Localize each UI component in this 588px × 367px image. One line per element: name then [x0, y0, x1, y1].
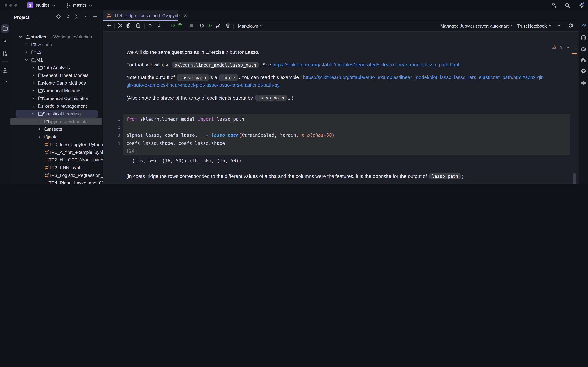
tree-chevron-icon [37, 119, 42, 124]
tree-chevron-icon [31, 88, 35, 93]
tree-item-tp3-logistic-regression-ar[interactable]: TP3_Logistic_Regression_ar [10, 172, 103, 179]
hyperlink[interactable]: https://scikit-learn.org/stable/modules/… [272, 62, 459, 67]
tree-item-assets[interactable]: assets [10, 125, 103, 133]
markdown-paragraph: (Also : note the shape of the array of c… [126, 94, 293, 102]
prev-cell-button[interactable] [548, 23, 553, 29]
folder-icon [38, 88, 43, 93]
jupyter-server-select[interactable]: Managed Jupyter server: auto-start [441, 24, 509, 29]
chevron-down-icon [88, 3, 93, 8]
debug-cell-button[interactable] [177, 23, 182, 30]
settings-gear-icon[interactable] [578, 2, 585, 8]
sidebar-item-dependencies[interactable] [580, 68, 587, 75]
ai-assistant-icon [580, 57, 587, 63]
sidebar-item-commit[interactable] [2, 38, 8, 45]
tree-item-tp0-intro-jupyter-python-ip[interactable]: TP0_Intro_Jupyter_Python.ip [10, 141, 103, 148]
traffic-minimize-button[interactable] [9, 4, 12, 7]
search-icon[interactable] [564, 2, 571, 8]
run-cell-button[interactable] [171, 23, 176, 30]
cell-type-select[interactable]: Markdown [238, 24, 258, 29]
jupyter-icon [44, 181, 49, 184]
tree-item-general-linear-models[interactable]: General Linear Models [10, 71, 103, 79]
tree-item-numerical-optimisation[interactable]: Numerical Optimisation [10, 95, 103, 102]
dependencies-icon [580, 68, 587, 74]
hide-panel-icon [92, 14, 97, 19]
branch-switcher[interactable]: master [73, 3, 86, 8]
add-user-icon[interactable] [551, 2, 557, 8]
sidebar-item-pull-request[interactable] [2, 50, 8, 58]
sidebar-item-r-packages[interactable]: R [580, 47, 587, 54]
tab-notebook[interactable]: TP4_Ridge_Lasso_and_CV.ipynb [103, 10, 178, 21]
trust-notebook-button[interactable]: Trust Notebook [517, 24, 547, 29]
tree-chevron-icon [24, 50, 29, 54]
tree-item-m1[interactable]: M1 [10, 56, 103, 64]
tree-item-data-analysis[interactable]: Data Analysis [10, 64, 103, 71]
traffic-zoom-button[interactable] [14, 4, 17, 7]
tree-item-data[interactable]: data [10, 133, 103, 141]
tree-item--vscode[interactable]: .vscode [10, 41, 103, 48]
jupyter-icon [44, 173, 49, 178]
code-line[interactable]: alphas_lasso, coefs_lasso, _ = lasso_pat… [126, 133, 335, 138]
options-kebab-button[interactable] [83, 14, 88, 20]
run-all-button[interactable] [207, 23, 212, 30]
stop-kernel-button[interactable] [189, 23, 194, 30]
sidebar-item-database[interactable] [580, 35, 587, 42]
next-cell-button[interactable] [556, 23, 562, 29]
expand-all-icon [65, 14, 70, 19]
chevron-down-icon [51, 3, 56, 8]
sidebar-item-plugins[interactable] [2, 68, 8, 75]
hide-panel-button[interactable] [92, 14, 97, 20]
tree-item-label: TP1_A_first_example.ipynb [49, 150, 103, 155]
hyperlink[interactable]: https://scikit-learn.org/stable/auto_exa… [303, 75, 544, 80]
paste-cell-button[interactable] [135, 23, 141, 30]
sidebar-item-plugin-half[interactable] [580, 80, 587, 87]
tree-item-label: data [49, 134, 58, 140]
jupyter-web-button[interactable] [568, 23, 573, 30]
project-switcher[interactable]: studies [36, 3, 50, 8]
more-icon [2, 79, 8, 84]
line-number: 4 [117, 141, 120, 146]
editor-scrollbar-thumb[interactable] [573, 173, 576, 184]
sidebar-item-more[interactable] [2, 79, 8, 86]
tree-item-tp4-ridge-lasso-and-cv-ip[interactable]: TP4_Ridge_Lasso_and_CV.ip [10, 179, 103, 184]
move-cell-up-button[interactable] [147, 23, 153, 30]
tab-close-icon[interactable] [183, 13, 188, 18]
hyperlink[interactable]: glr-auto-examples-linear-model-plot-lass… [126, 82, 280, 88]
tree-item-label: Numerical Methods [42, 88, 82, 93]
copy-cell-button[interactable] [126, 23, 131, 30]
expand-all-button[interactable] [65, 14, 70, 20]
code-line[interactable]: from sklearn.linear_model import lasso_p… [126, 117, 244, 122]
tree-item-numerical-methods[interactable]: Numerical Methods [10, 87, 103, 95]
traffic-close-button[interactable] [5, 4, 7, 7]
settings-gear-icon [578, 2, 585, 8]
tree-item-l3[interactable]: L3 [10, 48, 103, 56]
tree-item-tp2-bis-optional-ipynb[interactable]: TP2_bis_OPTIONAL.ipynb [10, 156, 103, 164]
cut-cell-button[interactable] [117, 23, 123, 30]
project-panel-title[interactable]: Project [14, 15, 29, 20]
locate-button[interactable] [56, 14, 61, 20]
tree-item-tp2-knn-ipynb[interactable]: TP2_KNN.ipynb [10, 164, 103, 172]
globe-icon [568, 23, 573, 28]
delete-cell-button[interactable] [225, 23, 231, 30]
collapse-all-button[interactable] [74, 14, 79, 20]
git-branch-icon [66, 3, 71, 8]
add-cell-button[interactable] [106, 23, 112, 30]
inspection-widget[interactable]: 9 [552, 45, 578, 50]
tree-item--ipynb-checkpoints[interactable]: .ipynb_checkpoints [10, 118, 103, 125]
tree-item-monte-carlo-methods[interactable]: Monte Carlo Methods [10, 79, 103, 87]
sidebar-item-project-folder[interactable] [1, 24, 9, 33]
tree-item-portfolio-management[interactable]: Portfolio Management [10, 102, 103, 110]
restart-kernel-button[interactable] [199, 23, 205, 30]
tree-item-tp1-a-first-example-ipynb[interactable]: TP1_A_first_example.ipynb [10, 149, 103, 156]
tree-item-studies[interactable]: studies~/Workspace/studies [10, 33, 103, 41]
tree-item-statistical-learning[interactable]: Statistical Learning [10, 110, 103, 118]
jupyter-icon [44, 158, 49, 163]
cell-output-text: ((16, 50), (16, 50))((16, 50), (16, 50)) [132, 158, 242, 163]
sidebar-item-notifications[interactable] [580, 24, 587, 31]
code-line[interactable]: coefs_lasso.shape, coefs_lasso.shape [126, 141, 225, 146]
clear-outputs-button[interactable] [216, 23, 221, 30]
sidebar-item-ai-assistant[interactable] [580, 57, 587, 65]
move-cell-down-button[interactable] [156, 23, 162, 30]
inline-code: lasso_path [429, 173, 461, 179]
move-cell-up-icon [147, 23, 153, 28]
tree-chevron-icon [37, 127, 42, 131]
